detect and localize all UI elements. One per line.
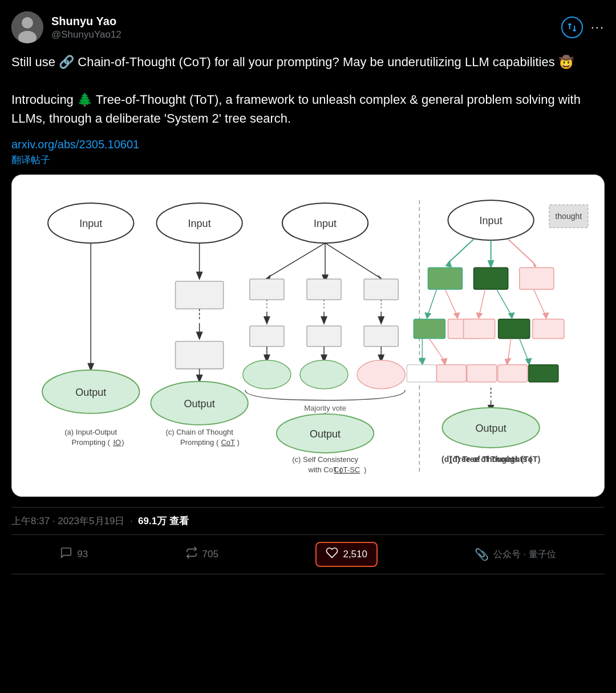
svg-text:Input: Input <box>314 218 337 229</box>
reply-count: 93 <box>77 549 88 560</box>
retweet-count: 705 <box>202 549 218 560</box>
svg-rect-112 <box>498 365 528 382</box>
svg-text:Prompting (: Prompting ( <box>180 438 219 447</box>
retweet-icon <box>185 546 198 562</box>
svg-rect-51 <box>307 326 341 346</box>
action-bar: 93 705 2,510 📎 公众号 · 量子位 <box>11 535 605 574</box>
bookmark-label: 公众号 · 量子位 <box>493 549 556 561</box>
svg-text:Output: Output <box>75 387 106 398</box>
avatar[interactable] <box>11 11 43 43</box>
wechat-icon: 📎 <box>475 548 489 561</box>
svg-rect-83 <box>428 268 462 289</box>
retweet-header-button[interactable] <box>561 17 583 38</box>
svg-rect-44 <box>250 326 284 346</box>
svg-rect-100 <box>533 319 564 338</box>
like-icon <box>326 546 338 562</box>
svg-rect-54 <box>364 279 398 299</box>
svg-text:CoT: CoT <box>221 438 235 447</box>
svg-rect-111 <box>467 365 497 382</box>
reply-action[interactable]: 93 <box>60 546 88 562</box>
svg-text:(d) Tree of Thoughts (ToT): (d) Tree of Thoughts (ToT) <box>441 455 540 464</box>
like-count: 2,510 <box>343 549 367 560</box>
svg-text:(a) Input-Output: (a) Input-Output <box>64 428 117 436</box>
svg-point-1 <box>22 17 33 29</box>
svg-rect-110 <box>436 365 466 382</box>
svg-rect-96 <box>414 319 445 338</box>
svg-text:Output: Output <box>476 423 506 434</box>
svg-rect-84 <box>474 268 508 289</box>
svg-rect-58 <box>364 326 398 346</box>
views-count[interactable]: 69.1万 查看 <box>138 516 189 526</box>
svg-text:): ) <box>364 465 366 474</box>
arxiv-link[interactable]: arxiv.org/abs/2305.10601 <box>11 138 605 151</box>
svg-rect-47 <box>307 279 341 299</box>
tweet-container: Shunyu Yao @ShunyuYao12 ··· Still use 🔗 … <box>0 0 616 574</box>
svg-text:Input: Input <box>188 218 211 229</box>
svg-text:): ) <box>237 438 240 447</box>
svg-text:Input: Input <box>79 218 102 229</box>
retweet-action[interactable]: 705 <box>185 546 218 562</box>
timestamp-row: 上午8:37 · 2023年5月19日 · 69.1万 查看 <box>11 507 605 535</box>
svg-point-63 <box>357 360 405 389</box>
tweet-text-line2: Introducing 🌲 Tree-of-Thought (ToT), a f… <box>11 90 605 128</box>
svg-rect-99 <box>499 319 530 338</box>
svg-text:Output: Output <box>184 398 215 410</box>
user-info: Shunyu Yao @ShunyuYao12 <box>51 15 121 40</box>
svg-rect-113 <box>529 365 558 382</box>
svg-text:CoT-SC: CoT-SC <box>334 465 360 474</box>
like-action[interactable]: 2,510 <box>315 542 378 567</box>
more-options-button[interactable]: ··· <box>591 20 605 35</box>
svg-text:thought: thought <box>556 212 582 221</box>
bookmark-action[interactable]: 📎 公众号 · 量子位 <box>475 548 556 561</box>
svg-text:(c) Chain of Thought: (c) Chain of Thought <box>165 428 233 436</box>
svg-rect-18 <box>176 281 224 309</box>
avatar-image <box>11 11 43 43</box>
svg-text:): ) <box>121 438 124 447</box>
svg-text:Input: Input <box>480 215 502 226</box>
svg-text:Majority vote: Majority vote <box>304 404 346 412</box>
tweet-body: Still use 🔗 Chain-of-Thought (CoT) for a… <box>11 52 605 128</box>
header-actions: ··· <box>561 17 605 38</box>
username[interactable]: @ShunyuYao12 <box>51 29 121 40</box>
display-name[interactable]: Shunyu Yao <box>51 15 121 28</box>
tweet-text-line1: Still use 🔗 Chain-of-Thought (CoT) for a… <box>11 52 605 71</box>
svg-rect-85 <box>520 268 554 289</box>
svg-text:(c) Self Consistency: (c) Self Consistency <box>292 455 358 464</box>
author-info: Shunyu Yao @ShunyuYao12 <box>11 11 121 43</box>
tweet-header: Shunyu Yao @ShunyuYao12 ··· <box>11 11 605 43</box>
svg-point-62 <box>300 360 348 389</box>
svg-text:Prompting (: Prompting ( <box>72 438 111 447</box>
svg-text:IO: IO <box>113 438 121 447</box>
translate-link[interactable]: 翻译帖子 <box>11 153 605 167</box>
timestamp-text: 上午8:37 · 2023年5月19日 <box>11 516 124 526</box>
svg-rect-22 <box>176 342 224 369</box>
svg-point-61 <box>243 360 291 389</box>
diagram-card: Input Output (a) Input-Output Prompting … <box>11 175 605 497</box>
svg-rect-40 <box>250 279 284 299</box>
reply-icon <box>60 546 72 562</box>
diagram-svg: Input Output (a) Input-Output Prompting … <box>22 189 594 486</box>
svg-rect-109 <box>407 365 436 382</box>
svg-rect-98 <box>464 319 495 338</box>
svg-text:Output: Output <box>310 428 341 440</box>
